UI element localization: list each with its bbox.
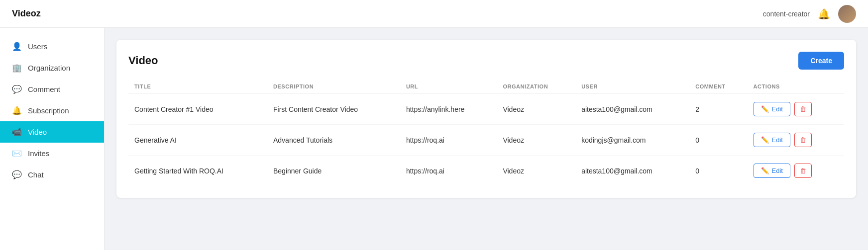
sidebar-item-label: Comment: [28, 85, 60, 93]
sidebar-item-label: Invites: [28, 149, 49, 158]
edit-button[interactable]: ✏️ Edit: [754, 133, 790, 147]
cell-url: https://roq.ai: [400, 125, 497, 156]
sidebar-item-label: Subscription: [28, 106, 69, 115]
delete-button[interactable]: 🗑: [794, 102, 812, 116]
col-description: DESCRIPTION: [267, 80, 400, 94]
layout: 👤 Users 🏢 Organization 💬 Comment 🔔 Subsc…: [0, 28, 868, 250]
sidebar-item-label: Users: [28, 42, 47, 51]
cell-title: Content Creator #1 Video: [128, 94, 267, 125]
sidebar-item-label: Video: [28, 128, 47, 136]
cell-url: https://anylink.here: [400, 94, 497, 125]
edit-button[interactable]: ✏️ Edit: [754, 102, 790, 116]
col-user: USER: [575, 80, 689, 94]
col-comment: COMMENT: [689, 80, 747, 94]
organization-icon: 🏢: [12, 63, 22, 73]
edit-button[interactable]: ✏️ Edit: [754, 164, 790, 178]
col-url: URL: [400, 80, 497, 94]
comment-icon: 💬: [12, 84, 22, 94]
edit-icon: ✏️: [761, 167, 769, 174]
delete-button[interactable]: 🗑: [794, 133, 812, 147]
content-header: Video Create: [128, 52, 844, 70]
user-role: content-creator: [763, 10, 810, 18]
avatar[interactable]: [838, 5, 856, 23]
video-table: TITLE DESCRIPTION URL ORGANIZATION USER …: [128, 80, 844, 186]
subscription-icon: 🔔: [12, 106, 22, 115]
table-row: Content Creator #1 Video First Content C…: [128, 94, 844, 125]
cell-organization: Videoz: [497, 125, 575, 156]
video-icon: 📹: [12, 127, 22, 137]
invites-icon: ✉️: [12, 149, 22, 158]
col-actions: ACTIONS: [748, 80, 844, 94]
sidebar-item-subscription[interactable]: 🔔 Subscription: [0, 100, 104, 121]
cell-description: Beginner Guide: [267, 156, 400, 186]
cell-organization: Videoz: [497, 156, 575, 186]
table-row: Generative AI Advanced Tutorials https:/…: [128, 125, 844, 156]
notification-bell-icon[interactable]: 🔔: [818, 8, 830, 20]
sidebar-item-organization[interactable]: 🏢 Organization: [0, 57, 104, 79]
main-content: Video Create TITLE DESCRIPTION URL ORGAN…: [105, 28, 868, 250]
cell-comment: 2: [689, 94, 747, 125]
cell-description: First Content Creator Video: [267, 94, 400, 125]
topnav: Videoz content-creator 🔔: [0, 0, 868, 28]
cell-url: https://roq.ai: [400, 156, 497, 186]
table-row: Getting Started With ROQ.AI Beginner Gui…: [128, 156, 844, 186]
cell-organization: Videoz: [497, 94, 575, 125]
table-body: Content Creator #1 Video First Content C…: [128, 94, 844, 186]
cell-title: Getting Started With ROQ.AI: [128, 156, 267, 186]
page-title: Video: [128, 54, 158, 67]
cell-actions: ✏️ Edit 🗑: [748, 156, 844, 186]
edit-icon: ✏️: [761, 105, 769, 113]
cell-user: aitesta100@gmail.com: [575, 94, 689, 125]
user-icon: 👤: [12, 42, 22, 51]
cell-user: aitesta100@gmail.com: [575, 156, 689, 186]
trash-icon: 🗑: [800, 105, 806, 113]
cell-title: Generative AI: [128, 125, 267, 156]
chat-icon: 💬: [12, 170, 22, 179]
sidebar-item-users[interactable]: 👤 Users: [0, 36, 104, 57]
delete-button[interactable]: 🗑: [794, 164, 812, 178]
app-logo: Videoz: [12, 8, 41, 19]
sidebar-item-video[interactable]: 📹 Video: [0, 121, 104, 143]
content-card: Video Create TITLE DESCRIPTION URL ORGAN…: [116, 40, 856, 198]
sidebar-item-invites[interactable]: ✉️ Invites: [0, 143, 104, 164]
col-organization: ORGANIZATION: [497, 80, 575, 94]
cell-actions: ✏️ Edit 🗑: [748, 125, 844, 156]
topnav-right: content-creator 🔔: [763, 5, 856, 23]
sidebar-item-label: Chat: [28, 170, 44, 179]
create-button[interactable]: Create: [798, 52, 844, 70]
sidebar-item-label: Organization: [28, 64, 70, 72]
sidebar-item-comment[interactable]: 💬 Comment: [0, 79, 104, 100]
edit-icon: ✏️: [761, 136, 769, 144]
cell-actions: ✏️ Edit 🗑: [748, 94, 844, 125]
sidebar-item-chat[interactable]: 💬 Chat: [0, 164, 104, 185]
cell-comment: 0: [689, 125, 747, 156]
table-header: TITLE DESCRIPTION URL ORGANIZATION USER …: [128, 80, 844, 94]
cell-comment: 0: [689, 156, 747, 186]
cell-user: kodingjs@gmail.com: [575, 125, 689, 156]
trash-icon: 🗑: [800, 136, 806, 144]
sidebar: 👤 Users 🏢 Organization 💬 Comment 🔔 Subsc…: [0, 28, 105, 250]
trash-icon: 🗑: [800, 167, 806, 174]
col-title: TITLE: [128, 80, 267, 94]
cell-description: Advanced Tutorials: [267, 125, 400, 156]
